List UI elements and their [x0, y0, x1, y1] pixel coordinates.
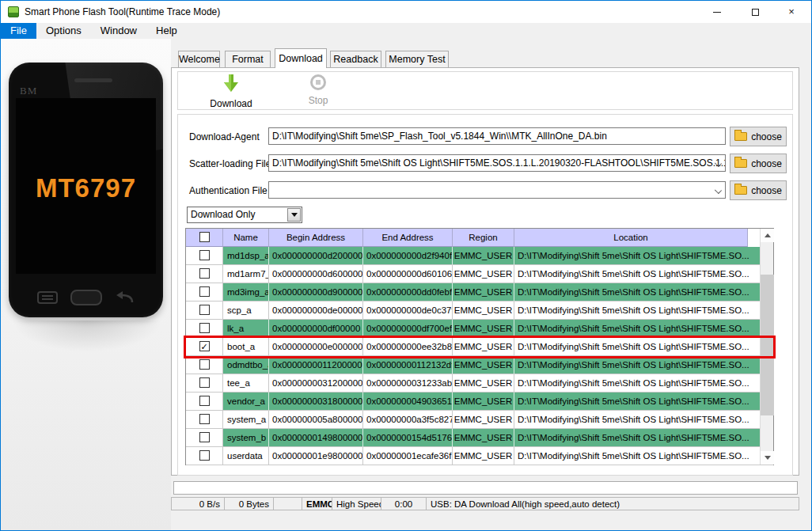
scroll-down-icon — [765, 456, 771, 460]
maximize-icon — [752, 9, 759, 16]
phone-image: BM MT6797 — [9, 63, 163, 317]
table-row[interactable]: md1arm7_a 0x000000000d600000 0x000000000… — [186, 265, 773, 283]
cell-region: EMMC_USER — [453, 283, 514, 302]
chevron-down-icon[interactable] — [715, 187, 722, 194]
row-checkbox[interactable] — [199, 323, 210, 333]
row-checkbox[interactable] — [199, 450, 210, 461]
table-row[interactable]: vendor_a 0x0000000031800000 0x0000000049… — [186, 393, 773, 411]
scatter-file-input[interactable]: D:\IT\Modifying\Shift 5me\Shift OS Light… — [268, 154, 726, 172]
menu-window[interactable]: Window — [91, 23, 146, 39]
menu-options[interactable]: Options — [36, 23, 91, 39]
toolbar: Download Stop — [177, 71, 793, 110]
row-checkbox-cell[interactable] — [186, 356, 223, 374]
header-region[interactable]: Region — [453, 229, 514, 247]
status-speed: 0 B/s — [171, 497, 225, 510]
menu-file[interactable]: File — [1, 23, 36, 39]
row-checkbox-cell[interactable] — [186, 393, 223, 411]
row-checkbox-cell[interactable] — [186, 447, 223, 465]
table-row[interactable]: ✓ boot_a 0x000000000e000000 0x000000000e… — [186, 338, 773, 356]
scroll-down-button[interactable] — [761, 451, 774, 465]
auth-file-choose-button[interactable]: choose — [730, 180, 787, 200]
cell-end-address: 0x000000000de0c37f — [363, 302, 453, 320]
maximize-button[interactable] — [737, 1, 773, 23]
download-button[interactable]: Download — [195, 74, 267, 108]
row-checkbox-cell[interactable] — [186, 247, 223, 265]
download-agent-input[interactable]: D:\IT\Modifying\Shift 5me\SP_Flash_Tool_… — [268, 127, 726, 145]
menu-help[interactable]: Help — [146, 23, 187, 39]
download-agent-choose-button[interactable]: choose — [730, 127, 787, 146]
row-checkbox-cell[interactable] — [186, 283, 223, 302]
cell-region: EMMC_USER — [453, 429, 514, 447]
download-button-label: Download — [195, 98, 267, 109]
table-row[interactable]: tee_a 0x0000000031200000 0x0000000031233… — [186, 374, 773, 393]
phone-brand-label: BM — [20, 85, 37, 97]
row-checkbox[interactable] — [199, 359, 210, 370]
row-checkbox[interactable] — [199, 377, 210, 388]
partition-table-body: md1dsp_a 0x000000000d200000 0x000000000d… — [186, 247, 773, 465]
folder-icon — [734, 132, 747, 141]
header-begin-address[interactable]: Begin Address — [269, 229, 363, 247]
row-checkbox-cell[interactable]: ✓ — [186, 338, 223, 356]
table-row[interactable]: odmdtbo_a 0x0000000011200000 0x000000001… — [186, 356, 773, 374]
cell-name: odmdtbo_a — [223, 356, 269, 374]
download-tab-content: Download Stop Download-Agent D:\IT\Modif… — [171, 67, 799, 476]
tab-format[interactable]: Format — [225, 51, 271, 67]
row-checkbox-cell[interactable] — [186, 411, 223, 429]
tab-memory-test[interactable]: Memory Test — [385, 51, 449, 67]
table-row[interactable]: scp_a 0x000000000de00000 0x000000000de0c… — [186, 302, 773, 320]
cell-begin-address: 0x0000000031200000 — [269, 374, 363, 393]
scroll-up-button[interactable] — [761, 229, 774, 242]
scatter-file-choose-button[interactable]: choose — [730, 154, 787, 173]
cell-location: D:\IT\Modifying\Shift 5me\Shift OS Light… — [514, 393, 773, 411]
row-checkbox[interactable] — [199, 305, 210, 315]
stop-icon — [310, 74, 326, 90]
auth-file-input[interactable] — [268, 181, 726, 199]
cell-location: D:\IT\Modifying\Shift 5me\Shift OS Light… — [514, 374, 773, 393]
cell-end-address: 0x00000000a3f5c827 — [363, 411, 453, 429]
cell-begin-address: 0x000000000d900000 — [269, 283, 363, 302]
tab-welcome[interactable]: Welcome — [178, 51, 220, 67]
header-location[interactable]: Location — [514, 229, 748, 247]
row-checkbox-cell[interactable] — [186, 374, 223, 393]
close-icon: × — [788, 6, 795, 17]
table-row[interactable]: system_b 0x0000000149800000 0x0000000154… — [186, 429, 773, 447]
cell-begin-address: 0x000000000df00000 — [269, 320, 363, 338]
table-row[interactable]: system_a 0x000000005a800000 0x00000000a3… — [186, 411, 773, 429]
header-name[interactable]: Name — [223, 229, 269, 247]
stop-button[interactable]: Stop — [283, 74, 354, 108]
tab-download[interactable]: Download — [275, 48, 327, 68]
header-select-all[interactable] — [186, 229, 223, 247]
app-icon — [8, 6, 19, 17]
row-checkbox[interactable] — [199, 268, 210, 279]
table-row[interactable]: md1dsp_a 0x000000000d200000 0x000000000d… — [186, 247, 773, 265]
flash-mode-dropdown-button[interactable] — [287, 208, 301, 222]
row-checkbox-cell[interactable] — [186, 320, 223, 338]
row-checkbox[interactable] — [199, 432, 210, 442]
cell-region: EMMC_USER — [453, 338, 514, 356]
minimize-button[interactable] — [699, 1, 735, 23]
row-checkbox-cell[interactable] — [186, 265, 223, 283]
choose-button-label: choose — [751, 131, 782, 142]
table-row[interactable]: md3img_a 0x000000000d900000 0x000000000d… — [186, 283, 773, 302]
select-all-checkbox[interactable] — [199, 232, 210, 242]
table-row[interactable]: lk_a 0x000000000df00000 0x000000000df700… — [186, 320, 773, 338]
header-end-address[interactable]: End Address — [363, 229, 453, 247]
row-checkbox[interactable] — [199, 414, 210, 424]
table-row[interactable]: userdata 0x00000001e9800000 0x00000001ec… — [186, 447, 773, 465]
row-checkbox[interactable]: ✓ — [199, 341, 210, 351]
flash-mode-value: Download Only — [191, 209, 255, 220]
row-checkbox-cell[interactable] — [186, 429, 223, 447]
close-button[interactable]: × — [773, 1, 810, 23]
phone-panel: BM MT6797 — [1, 39, 171, 530]
cell-name: lk_a — [223, 320, 269, 338]
status-connection-mode: USB: DA Download All(high speed,auto det… — [427, 497, 799, 510]
flash-mode-select[interactable]: Download Only — [187, 207, 302, 223]
tab-readback[interactable]: Readback — [330, 51, 381, 67]
row-checkbox[interactable] — [199, 286, 210, 297]
row-checkbox[interactable] — [199, 396, 210, 406]
phone-screen: MT6797 — [16, 98, 156, 274]
scatter-file-label: Scatter-loading File — [189, 158, 271, 169]
row-checkbox-cell[interactable] — [186, 302, 223, 320]
row-checkbox[interactable] — [199, 250, 210, 260]
cell-location: D:\IT\Modifying\Shift 5me\Shift OS Light… — [514, 338, 773, 356]
